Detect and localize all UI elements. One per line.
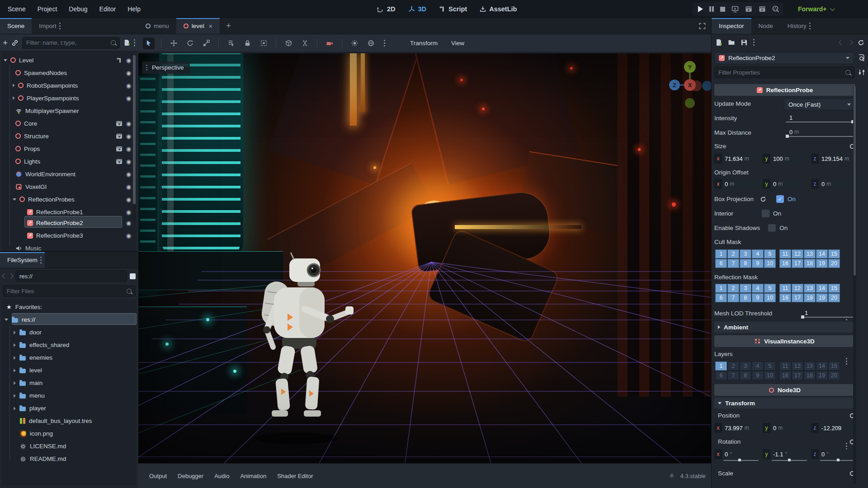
layer-cell[interactable]: 13 [804,361,816,371]
scene-instance-icon[interactable] [116,134,122,139]
instance-scene-button[interactable] [11,39,19,47]
tab-filesystem[interactable]: FileSystem [0,252,45,268]
bottom-panel-button[interactable]: Animation [235,470,272,482]
expand-arrow-icon[interactable] [13,198,16,201]
collapse-arrow-icon[interactable] [14,331,16,334]
scene-instance-icon[interactable] [116,159,122,164]
group-selected-button[interactable] [258,38,269,49]
max-distance-slider[interactable]: 0 m [784,127,855,137]
file-row-folder[interactable]: effects_shared [2,339,137,351]
mask-cell[interactable]: 16 [779,259,791,268]
tree-row-level[interactable]: Level ◉ [2,54,137,66]
back-icon[interactable] [2,273,7,278]
history-back-icon[interactable] [839,40,844,45]
origin-z-field[interactable]: z0m [811,179,857,189]
visibility-eye-icon[interactable]: ◉ [126,171,131,177]
layer-cell[interactable]: 10 [764,371,776,380]
visibility-eye-icon[interactable]: ◉ [126,146,131,152]
origin-y-field[interactable]: y0m [763,179,809,189]
layer-cell[interactable]: 20 [828,371,840,380]
layer-cell[interactable]: 7 [727,371,739,380]
visibility-eye-icon[interactable]: ◉ [126,197,131,202]
intensity-slider[interactable]: 1 [784,112,855,123]
origin-x-field[interactable]: x0m [714,179,760,189]
mask-cell[interactable]: 8 [740,259,751,268]
bottom-panel-button[interactable]: Debugger [172,470,209,482]
visibility-eye-icon[interactable]: ◉ [126,70,131,76]
mask-cell[interactable]: 17 [792,259,803,268]
mask-cell[interactable]: 5 [764,249,776,258]
skeleton-options-button[interactable] [299,38,311,49]
reflection-mask-menu-icon[interactable] [846,358,848,365]
workspace-script[interactable]: Script [433,5,473,13]
mask-cell[interactable]: 12 [792,249,803,258]
mask-cell[interactable]: 19 [816,259,828,268]
size-y-field[interactable]: y100m [763,154,809,164]
property-tools-icon[interactable] [858,69,865,76]
perspective-menu[interactable]: Perspective [142,61,190,74]
node-selector-dropdown[interactable]: ↗ ReflectionProbe2 [714,52,854,64]
mask-cell[interactable]: 20 [828,259,840,268]
stop-button[interactable] [720,7,725,12]
workspace-2d[interactable]: 2D [371,5,402,13]
rotate-tool-button[interactable] [184,38,196,49]
size-x-field[interactable]: x71.634m [714,154,760,164]
scene-tree-scrollbar[interactable] [133,55,136,222]
attach-script-button[interactable] [123,39,130,46]
dock-menu-icon[interactable] [40,257,42,264]
expand-arrow-icon[interactable] [5,319,8,321]
move-tool-button[interactable] [168,38,179,49]
visibility-eye-icon[interactable]: ◉ [126,233,131,239]
local-space-button[interactable] [283,38,294,49]
menu-item[interactable]: Scene [2,0,32,18]
collapse-arrow-icon[interactable] [14,369,16,372]
revert-icon[interactable] [760,196,766,202]
section-ambient[interactable]: Ambient [714,322,855,333]
tab-menu-scene[interactable]: menu [138,18,176,34]
scene-tree-menu-icon[interactable] [134,39,136,47]
mask-cell[interactable]: 17 [792,293,803,302]
play-scene-button[interactable] [745,5,752,13]
file-row-readme[interactable]: README.md [2,453,137,465]
visibility-eye-icon[interactable]: ◉ [126,95,131,101]
select-tool-button[interactable] [143,38,155,49]
visibility-eye-icon[interactable]: ◉ [126,159,131,164]
close-icon[interactable]: × [209,22,213,30]
layer-cell[interactable]: 18 [804,371,816,380]
mask-cell[interactable]: 13 [804,284,816,293]
enable-shadows-checkbox[interactable] [768,224,776,232]
menu-item[interactable]: Help [122,0,146,18]
filter-properties-input[interactable]: Filter Properties [714,66,854,78]
mask-cell[interactable]: 8 [740,293,751,302]
mask-cell[interactable]: 18 [804,293,816,302]
tab-level-scene[interactable]: level × [176,18,220,34]
mask-cell[interactable]: 11 [779,284,791,293]
layer-cell[interactable]: 15 [828,361,840,371]
tab-inspector[interactable]: Inspector [712,18,751,34]
section-transform[interactable]: Transform [714,398,855,408]
mask-cell[interactable]: 13 [804,249,816,258]
rotation-y-field[interactable]: y-1.1° [763,449,809,459]
position-z-field[interactable]: z-12.209 [811,423,857,433]
mask-cell[interactable]: 2 [727,249,739,258]
section-reflectionprobe[interactable]: ↗ReflectionProbe [714,84,855,96]
section-node3d[interactable]: Node3D [714,384,855,396]
menu-item[interactable]: Project [32,0,63,18]
tab-scene[interactable]: Scene [0,18,32,34]
mask-cell[interactable]: 10 [764,293,776,302]
scrollbar-thumb[interactable] [854,86,856,276]
extra-options-icon[interactable] [384,40,386,47]
file-row-folder[interactable]: menu [2,389,137,402]
collapse-arrow-icon[interactable] [14,407,16,410]
size-z-field[interactable]: z129.154m [811,154,857,164]
layer-cell[interactable]: 3 [740,361,751,371]
load-resource-button[interactable] [728,39,735,46]
scale-tool-button[interactable] [200,38,212,49]
tree-row-robotspawnpoints[interactable]: RobotSpawnpoints ◉ [2,79,137,92]
toggle-split-mode-button[interactable] [130,273,136,279]
menu-item[interactable]: Debug [63,0,93,18]
visibility-eye-icon[interactable]: ◉ [126,209,131,215]
mask-cell[interactable]: 7 [727,259,739,268]
tree-row-reflectionprobe2-selected[interactable]: ↗ ReflectionProbe2 ◉ [2,216,137,229]
layer-cell[interactable]: 9 [752,371,764,380]
